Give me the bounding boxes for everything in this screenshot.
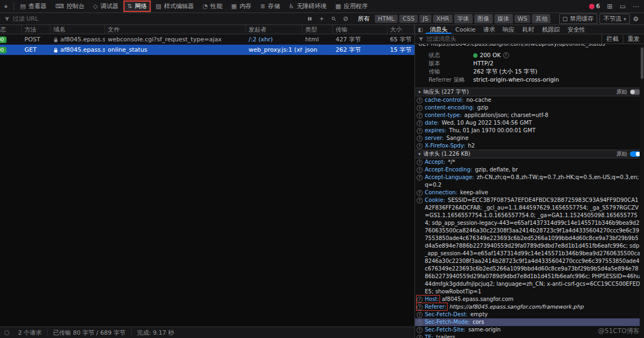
header-row-date[interactable]: ?date:Wed, 10 Aug 2022 15:04:56 GMT xyxy=(415,119,644,127)
tab-performance[interactable]: ◔性能 xyxy=(198,0,227,13)
split-console-icon[interactable]: ⊞ xyxy=(604,3,616,10)
header-row-accept[interactable]: ?Accept:*/* xyxy=(415,158,644,166)
section-header-request-headers[interactable]: ▾请求头 (1.226 KB)原始 xyxy=(415,150,644,158)
header-row-sec-fetch-site[interactable]: ?Sec-Fetch-Site:same-origin xyxy=(415,326,644,334)
filter-chip-js[interactable]: JS xyxy=(419,15,431,23)
filter-chip-html[interactable]: HTML xyxy=(375,15,398,23)
filter-chip-other[interactable]: 其他 xyxy=(532,14,550,23)
scrollbar-track[interactable] xyxy=(640,44,644,338)
help-icon[interactable]: ? xyxy=(417,97,423,103)
meatball-menu-icon[interactable]: ⋯ xyxy=(630,3,642,10)
tab-storage[interactable]: ≣存储 xyxy=(256,0,284,13)
tab-network[interactable]: ⇅网络 xyxy=(123,0,151,13)
pick-element-icon[interactable]: ⌖ xyxy=(0,0,12,13)
help-icon[interactable]: ? xyxy=(417,175,423,181)
filter-chip-fonts[interactable]: 字体 xyxy=(454,14,473,23)
tab-accessibility[interactable]: ♿无障碍环境 xyxy=(284,0,331,13)
url-filter-input[interactable] xyxy=(13,15,304,22)
header-row-cookie[interactable]: ?Cookie:SESSID=ECC3B7F0875A7EFDE4FBDC92B… xyxy=(415,196,644,296)
help-icon[interactable]: ? xyxy=(417,312,423,318)
column-header-type[interactable]: 类型 xyxy=(302,25,333,34)
request-row[interactable]: 200GETaf8045.epass.sang…online_statusweb… xyxy=(0,45,414,55)
tab-inspector[interactable]: ▤查看器 xyxy=(16,0,51,13)
help-icon[interactable]: ? xyxy=(417,105,423,111)
header-row-sec-fetch-mode[interactable]: ?Sec-Fetch-Mode:cors xyxy=(415,318,644,326)
block-request-icon[interactable] xyxy=(340,16,352,21)
header-row-te[interactable]: ?TE:trailers xyxy=(415,334,644,338)
raw-toggle[interactable] xyxy=(630,151,641,157)
help-icon[interactable]: ? xyxy=(417,190,423,196)
detail-tab-security[interactable]: 安全性 xyxy=(564,25,589,34)
detail-tab-response[interactable]: 响应 xyxy=(499,25,518,34)
request-url-line[interactable]: GET https://af8045.epass.sangfor.com/sf/… xyxy=(415,44,644,48)
header-row-accept-encoding[interactable]: ?Accept-Encoding:gzip, deflate, br xyxy=(415,166,644,174)
header-row-content-type[interactable]: ?content-type:application/json; charset=… xyxy=(415,112,644,119)
header-name: Referer: xyxy=(417,304,447,310)
column-header-status[interactable]: 状态 xyxy=(0,25,22,34)
header-row-expires[interactable]: ?expires:Thu, 01 Jan 1970 00:00:01 GMT xyxy=(415,127,644,134)
filter-chip-xhr[interactable]: XHR xyxy=(433,15,452,23)
header-row-x-firefox-spdy[interactable]: ?X-Firefox-Spdy:h2 xyxy=(415,142,644,150)
resend-button[interactable]: 重发 xyxy=(623,34,644,44)
raw-toggle[interactable] xyxy=(630,89,641,95)
column-header-initiator[interactable]: 发起者 xyxy=(246,25,302,34)
tab-application[interactable]: ▩应用程序 xyxy=(331,0,372,13)
detail-tab-request[interactable]: 请求 xyxy=(479,25,499,34)
error-count-badge[interactable]: 6 xyxy=(586,3,603,10)
header-row-referer[interactable]: ?Referer:https://af8045.epass.sangfor.co… xyxy=(415,303,644,311)
header-row-server[interactable]: ?server:Sangine xyxy=(415,134,644,142)
detail-tab-cookie[interactable]: Cookie xyxy=(451,25,479,34)
initiator-link[interactable]: /:2 (xhr) xyxy=(249,36,273,43)
request-row[interactable]: 200POSTaf8045.epass.sang…webconsole.cgi?… xyxy=(0,34,414,45)
help-icon[interactable]: ? xyxy=(417,335,423,338)
help-icon[interactable]: ? xyxy=(417,327,423,333)
help-icon[interactable]: ? xyxy=(417,167,423,173)
help-icon[interactable]: ? xyxy=(417,113,423,119)
help-icon[interactable]: ? xyxy=(503,52,509,58)
throttle-select[interactable]: 不节流 ▾ xyxy=(599,14,630,24)
disable-cache-toggle[interactable]: 禁用缓存 xyxy=(559,14,597,24)
tab-debugger[interactable]: ◇调试器 xyxy=(89,0,122,13)
header-row-accept-language[interactable]: ?Accept-Language:zh-CN,zh;q=0.8,zh-TW;q=… xyxy=(415,174,644,189)
filter-chip-css[interactable]: CSS xyxy=(399,15,418,23)
help-icon[interactable]: ? xyxy=(417,143,423,149)
filter-chip-images[interactable]: 图像 xyxy=(474,14,493,23)
section-header-response-headers[interactable]: ▾响应头 (227 字节)原始 xyxy=(415,88,644,96)
responsive-mode-icon[interactable]: ▭ xyxy=(617,3,629,10)
detail-tab-headers[interactable]: 消息头 xyxy=(426,25,451,34)
search-icon[interactable] xyxy=(328,16,340,21)
header-row-sec-fetch-dest[interactable]: ?Sec-Fetch-Dest:empty xyxy=(415,311,644,318)
column-header-domain[interactable]: 域名 xyxy=(51,25,105,34)
headers-filter-input[interactable] xyxy=(426,35,599,42)
filter-chip-media[interactable]: 媒体 xyxy=(494,14,513,23)
help-icon[interactable]: ? xyxy=(417,159,423,165)
pause-recording-icon[interactable] xyxy=(304,16,316,21)
new-request-icon[interactable] xyxy=(316,16,328,21)
column-header-file[interactable]: 文件 xyxy=(105,25,246,34)
detail-tab-timings[interactable]: 耗时 xyxy=(518,25,538,34)
column-header-method[interactable]: 方法 xyxy=(22,25,51,34)
help-icon[interactable]: ? xyxy=(417,319,423,325)
header-row-content-encoding[interactable]: ?content-encoding:gzip xyxy=(415,104,644,112)
column-header-size[interactable]: 大小 xyxy=(387,25,414,34)
header-row-host[interactable]: ?Host:af8045.epass.sangfor.com xyxy=(415,296,644,303)
network-settings-gear-icon[interactable]: ⚙ xyxy=(630,15,642,23)
filter-chip-ws[interactable]: WS xyxy=(515,15,531,23)
tab-console[interactable]: ⌨控制台 xyxy=(51,0,89,13)
filter-chip-all[interactable]: 所有 xyxy=(355,14,373,23)
help-icon[interactable]: ? xyxy=(417,198,423,204)
help-icon[interactable]: ? xyxy=(417,128,423,134)
help-icon[interactable]: ? xyxy=(417,136,423,142)
sidebar-toggle-icon[interactable]: ◧ xyxy=(415,25,426,34)
help-icon[interactable]: ? xyxy=(417,120,423,126)
initiator-link[interactable]: web_proxy.js:1 (xhr) xyxy=(249,46,302,53)
scrollbar-thumb[interactable] xyxy=(641,47,643,79)
header-row-cache-control[interactable]: ?cache-control:no-cache xyxy=(415,96,644,104)
detail-tab-stacktrace[interactable]: 栈跟踪 xyxy=(538,25,564,34)
tab-memory[interactable]: ▦内存 xyxy=(227,0,256,13)
tab-style-editor[interactable]: ▨样式编辑器 xyxy=(151,0,198,13)
column-header-transferred[interactable]: 传输 xyxy=(333,25,387,34)
block-button[interactable]: 拦截 xyxy=(602,34,623,44)
header-row-connection[interactable]: ?Connection:keep-alive xyxy=(415,189,644,196)
summary-label: Referrer 策略 xyxy=(429,76,473,84)
